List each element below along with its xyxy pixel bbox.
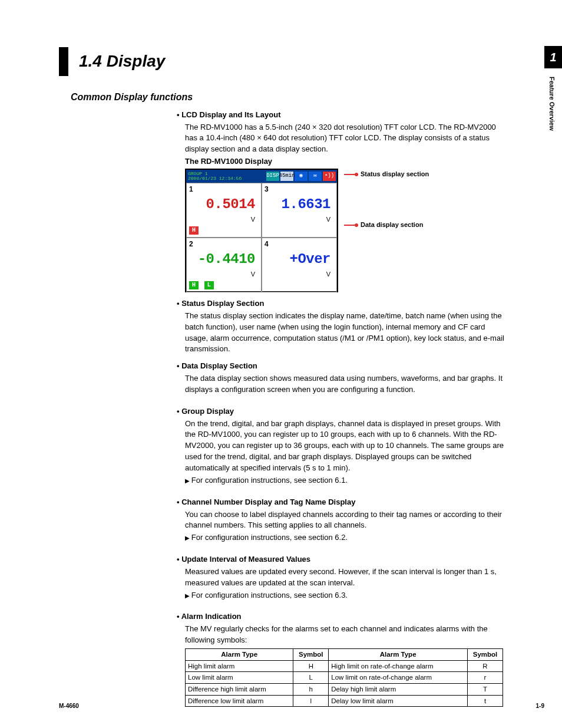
update-ref: For configuration instructions, see sect… <box>185 590 509 601</box>
cell-symbol: H <box>293 660 329 672</box>
footer-right: 1-9 <box>536 702 544 711</box>
page-title: 1.4 Display <box>79 47 165 76</box>
th-symbol-1: Symbol <box>293 648 329 660</box>
status-heading: Status Display Section <box>177 298 509 309</box>
update-heading: Update Interval of Measured Values <box>177 554 509 565</box>
lcd-cell-1: 1 0.5014 V H <box>186 183 262 238</box>
page-footer: M-4660 1-9 <box>59 702 544 711</box>
cell-alarm-type: Low limit on rate-of-change alarm <box>329 672 468 684</box>
time-icon: 45min <box>280 172 293 181</box>
group-body: On the trend, digital, and bar graph dis… <box>185 419 509 474</box>
table-row: Difference high limit alarm h Delay high… <box>186 683 503 695</box>
cell-symbol: r <box>468 672 503 684</box>
data-body: The data display section shows measured … <box>185 373 509 396</box>
cell-unit: V <box>265 270 334 279</box>
section-heading: Common Display functions <box>71 90 515 104</box>
cell-alarm-type: Delay high limit alarm <box>329 683 468 695</box>
status-datetime: 2008/01/23 12:34:56 <box>188 176 242 181</box>
cell-alarm-type: Difference high limit alarm <box>186 683 293 695</box>
tag-ref: For configuration instructions, see sect… <box>185 532 509 543</box>
tag-body: You can choose to label displayed channe… <box>185 509 509 532</box>
lcd-cell-4: 4 +Over V <box>262 238 337 292</box>
alarm-heading: Alarm Indication <box>177 611 509 622</box>
lcd-cell-2: 2 -0.4410 V H L <box>186 238 262 292</box>
cell-channel: 1 <box>189 185 259 195</box>
group-heading: Group Display <box>177 406 509 417</box>
cell-symbol: R <box>468 660 503 672</box>
lcd-cell-3: 3 1.6631 V <box>262 183 337 238</box>
lcd-screenshot: GROUP 1 2008/01/23 12:34:56 DISP 45min ◉… <box>185 169 338 292</box>
th-symbol-2: Symbol <box>468 648 503 660</box>
cell-value: 1.6631 <box>265 195 334 215</box>
cell-unit: V <box>265 215 334 225</box>
status-bar: GROUP 1 2008/01/23 12:34:56 DISP 45min ◉… <box>186 170 337 183</box>
table-header: Alarm Type Symbol Alarm Type Symbol <box>186 648 503 660</box>
th-alarm-type-2: Alarm Type <box>329 648 468 660</box>
alarm-badge: L <box>204 281 214 289</box>
alarm-icon: •)) <box>323 172 336 181</box>
group-ref: For configuration instructions, see sect… <box>185 475 509 486</box>
cell-value: +Over <box>265 249 334 270</box>
cell-channel: 3 <box>265 185 334 195</box>
alarm-table: Alarm Type Symbol Alarm Type Symbol High… <box>185 648 503 707</box>
callout-data: Data display section <box>361 220 423 230</box>
cell-value: 0.5014 <box>189 195 259 215</box>
cell-unit: V <box>189 215 259 225</box>
lcd-body: The RD-MV1000 has a 5.5-inch (240 × 320 … <box>185 122 509 156</box>
mail-icon: ✉ <box>309 172 322 181</box>
cell-symbol: L <box>293 672 329 684</box>
figure-label: The RD-MV1000 Display <box>185 156 509 167</box>
title-bar <box>59 47 68 76</box>
cell-channel: 4 <box>265 239 334 249</box>
update-body: Measured values are updated every second… <box>185 566 509 589</box>
cell-unit: V <box>189 270 259 279</box>
cell-symbol: T <box>468 683 503 695</box>
cell-alarm-type: High limit alarm <box>186 660 293 672</box>
table-row: Low limit alarm L Low limit on rate-of-c… <box>186 672 503 684</box>
status-body: The status display section indicates the… <box>185 311 509 355</box>
lcd-heading: LCD Display and Its Layout <box>177 110 509 121</box>
data-heading: Data Display Section <box>177 361 509 372</box>
alarm-badge: H <box>189 226 199 235</box>
th-alarm-type-1: Alarm Type <box>186 648 293 660</box>
cell-value: -0.4410 <box>189 249 259 270</box>
cell-alarm-type: Low limit alarm <box>186 672 293 684</box>
camera-icon: ◉ <box>295 172 308 181</box>
cell-alarm-type: High limit on rate-of-change alarm <box>329 660 468 672</box>
footer-left: M-4660 <box>59 702 79 711</box>
cell-symbol: h <box>293 683 329 695</box>
cell-channel: 2 <box>189 239 259 249</box>
callout-status: Status display section <box>361 170 429 179</box>
alarm-badge: H <box>189 281 199 289</box>
alarm-body: The MV regularly checks for the alarms s… <box>185 624 509 646</box>
page-title-block: 1.4 Display <box>59 47 515 76</box>
lcd-grid: 1 0.5014 V H 3 1.6631 V 2 -0.4410 V <box>186 183 337 291</box>
tag-heading: Channel Number Display and Tag Name Disp… <box>177 497 509 508</box>
disp-icon: DISP <box>266 172 279 181</box>
figure-wrap: GROUP 1 2008/01/23 12:34:56 DISP 45min ◉… <box>177 169 509 292</box>
table-row: High limit alarm H High limit on rate-of… <box>186 660 503 672</box>
